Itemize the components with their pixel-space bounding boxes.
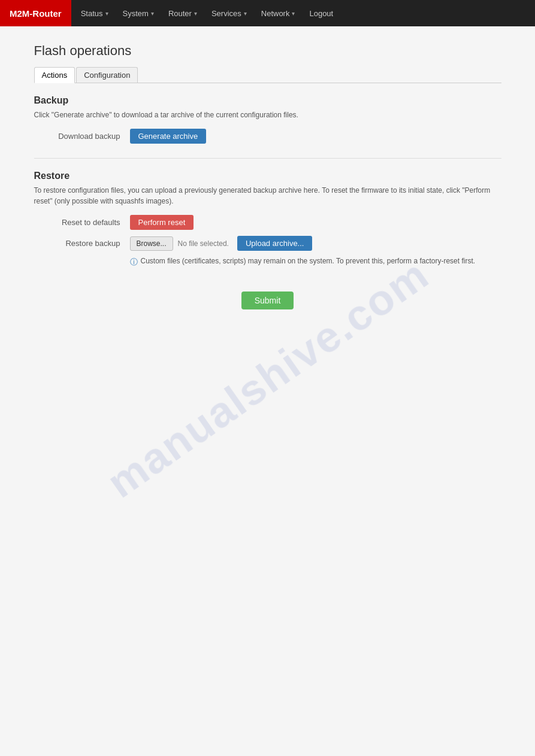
- submit-area: Submit: [34, 292, 501, 309]
- navbar: M2M-Router Status ▾ System ▾ Router ▾ Se…: [0, 0, 535, 26]
- main-container: Flash operations Actions Configuration B…: [10, 26, 525, 321]
- brand-logo[interactable]: M2M-Router: [0, 0, 71, 26]
- reset-defaults-label: Reset to defaults: [34, 218, 130, 227]
- nav-link-system[interactable]: System ▾: [116, 0, 161, 26]
- nav-link-router[interactable]: Router ▾: [161, 0, 204, 26]
- tab-configuration[interactable]: Configuration: [76, 67, 138, 83]
- page-title: Flash operations: [34, 43, 501, 59]
- download-backup-label: Download backup: [34, 132, 130, 141]
- nav-item-status[interactable]: Status ▾: [74, 0, 116, 26]
- nav-menu: Status ▾ System ▾ Router ▾ Services ▾ Ne: [74, 0, 341, 26]
- restore-title: Restore: [34, 171, 501, 181]
- tabs: Actions Configuration: [34, 67, 501, 83]
- restore-backup-row: Restore backup Browse... No file selecte…: [34, 236, 501, 251]
- nav-item-router[interactable]: Router ▾: [161, 0, 204, 26]
- nav-item-services[interactable]: Services ▾: [204, 0, 254, 26]
- perform-reset-button[interactable]: Perform reset: [130, 215, 194, 230]
- backup-title: Backup: [34, 95, 501, 106]
- caret-icon: ▾: [244, 10, 247, 17]
- info-icon: ⓘ: [130, 257, 138, 268]
- nav-link-status[interactable]: Status ▾: [74, 0, 116, 26]
- caret-icon: ▾: [194, 10, 197, 17]
- reset-defaults-row: Reset to defaults Perform reset: [34, 215, 501, 230]
- section-divider: [34, 158, 501, 159]
- restore-description: To restore configuration files, you can …: [34, 185, 501, 207]
- backup-section: Backup Click "Generate archive" to downl…: [34, 95, 501, 144]
- browse-button[interactable]: Browse...: [130, 236, 173, 251]
- caret-icon: ▾: [151, 10, 154, 17]
- nav-link-logout[interactable]: Logout: [302, 0, 340, 26]
- backup-form-row: Download backup Generate archive: [34, 129, 501, 144]
- nav-link-network[interactable]: Network ▾: [254, 0, 303, 26]
- nav-item-system[interactable]: System ▾: [116, 0, 161, 26]
- nav-link-services[interactable]: Services ▾: [204, 0, 254, 26]
- info-text: Custom files (certificates, scripts) may…: [141, 257, 476, 265]
- caret-icon: ▾: [105, 10, 108, 17]
- caret-icon: ▾: [292, 10, 295, 17]
- file-name-display: No file selected.: [178, 239, 229, 248]
- upload-archive-button[interactable]: Upload archive...: [237, 236, 313, 251]
- file-input-area: Browse... No file selected. Upload archi…: [130, 236, 313, 251]
- nav-item-network[interactable]: Network ▾: [254, 0, 303, 26]
- info-line: ⓘ Custom files (certificates, scripts) m…: [130, 257, 501, 268]
- submit-button[interactable]: Submit: [241, 292, 294, 309]
- tab-actions[interactable]: Actions: [34, 67, 75, 83]
- restore-section: Restore To restore configuration files, …: [34, 171, 501, 268]
- generate-archive-button[interactable]: Generate archive: [130, 129, 207, 144]
- backup-description: Click "Generate archive" to download a t…: [34, 110, 501, 120]
- restore-backup-label: Restore backup: [34, 239, 130, 248]
- nav-item-logout[interactable]: Logout: [302, 0, 340, 26]
